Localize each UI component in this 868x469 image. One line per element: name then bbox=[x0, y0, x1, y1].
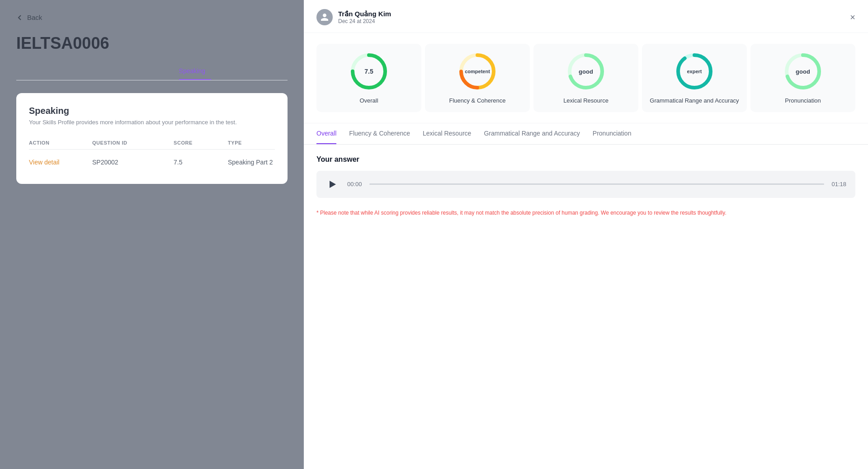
pronunciation-value: good bbox=[783, 51, 823, 92]
detail-tabs: Overall Fluency & Coherence Lexical Reso… bbox=[304, 123, 868, 145]
disclaimer-text: Please note that while AI scoring provid… bbox=[320, 210, 726, 216]
detail-tab-pronunciation[interactable]: Pronunciation bbox=[593, 123, 632, 144]
fluency-label: Fluency & Coherence bbox=[449, 97, 505, 105]
lexical-value: good bbox=[566, 51, 606, 92]
user-details: Trần Quảng Kim Dec 24 at 2024 bbox=[338, 10, 391, 24]
disclaimer: * Please note that while AI scoring prov… bbox=[316, 209, 855, 217]
circle-overall: 7.5 bbox=[349, 51, 389, 92]
question-id: SP20002 bbox=[92, 159, 174, 166]
detail-tab-overall[interactable]: Overall bbox=[316, 123, 336, 144]
page-title: IELTSA0006 bbox=[16, 34, 288, 53]
tab-writing[interactable]: Writing 2 bbox=[139, 67, 165, 80]
your-answer-title: Your answer bbox=[316, 155, 855, 164]
svg-marker-11 bbox=[330, 181, 336, 188]
col-action: ACTION bbox=[29, 140, 92, 145]
view-detail-link[interactable]: View detail bbox=[29, 159, 92, 166]
overall-label: Overall bbox=[359, 97, 378, 105]
tab-bar: Report Listening 4 Reading 3 Writing 2 S… bbox=[16, 67, 288, 80]
col-score: SCORE bbox=[174, 140, 228, 145]
tab-listening[interactable]: Listening 4 bbox=[50, 67, 81, 80]
user-info: Trần Quảng Kim Dec 24 at 2024 bbox=[316, 9, 391, 25]
audio-time-start: 00:00 bbox=[347, 181, 362, 188]
content-area: Your answer 00:00 01:18 * Please note th… bbox=[304, 155, 868, 217]
detail-tab-lexical[interactable]: Lexical Resource bbox=[423, 123, 471, 144]
detail-tab-grammatical[interactable]: Grammatical Range and Accuracy bbox=[484, 123, 580, 144]
back-label: Back bbox=[27, 14, 42, 21]
detail-tab-fluency[interactable]: Fluency & Coherence bbox=[349, 123, 410, 144]
tab-reading[interactable]: Reading 3 bbox=[95, 67, 125, 80]
left-panel: Back IELTSA0006 Report Listening 4 Readi… bbox=[0, 0, 304, 469]
back-button[interactable]: Back bbox=[16, 14, 288, 21]
audio-time-end: 01:18 bbox=[831, 181, 846, 188]
audio-player: 00:00 01:18 bbox=[316, 171, 855, 198]
pronunciation-label: Pronunciation bbox=[785, 97, 821, 105]
score-card-lexical: good Lexical Resource bbox=[533, 44, 638, 112]
fluency-value: competent bbox=[457, 51, 498, 92]
play-button[interactable] bbox=[326, 177, 340, 192]
score-card-grammatical: expert Grammatical Range and Accuracy bbox=[642, 44, 747, 112]
right-panel: Trần Quảng Kim Dec 24 at 2024 × 7.5 Over… bbox=[304, 0, 868, 469]
circle-lexical: good bbox=[566, 51, 606, 92]
circle-grammatical: expert bbox=[674, 51, 715, 92]
col-type: TYPE bbox=[228, 140, 275, 145]
avatar bbox=[316, 9, 333, 25]
audio-progress-bar[interactable] bbox=[369, 183, 825, 185]
user-date: Dec 24 at 2024 bbox=[338, 18, 391, 24]
score-card-fluency: competent Fluency & Coherence bbox=[425, 44, 530, 112]
row-type: Speaking Part 2 bbox=[228, 159, 275, 166]
col-question-id: QUESTION ID bbox=[92, 140, 174, 145]
close-button[interactable]: × bbox=[850, 13, 855, 22]
tab-report[interactable]: Report bbox=[16, 67, 35, 80]
modal-header: Trần Quảng Kim Dec 24 at 2024 × bbox=[304, 0, 868, 33]
section-title: Speaking bbox=[29, 106, 275, 116]
section-card: Speaking Your Skills Profile provides mo… bbox=[16, 93, 288, 184]
table-row: View detail SP20002 7.5 Speaking Part 2 bbox=[29, 153, 275, 171]
table-header: ACTION QUESTION ID SCORE TYPE bbox=[29, 136, 275, 150]
grammatical-value: expert bbox=[674, 51, 715, 92]
lexical-label: Lexical Resource bbox=[563, 97, 609, 105]
grammatical-label: Grammatical Range and Accuracy bbox=[650, 97, 739, 105]
tab-speaking[interactable]: Speaking 1 bbox=[179, 67, 211, 80]
circle-fluency: competent bbox=[457, 51, 498, 92]
user-name: Trần Quảng Kim bbox=[338, 10, 391, 18]
section-subtitle: Your Skills Profile provides more inform… bbox=[29, 119, 275, 126]
row-score: 7.5 bbox=[174, 159, 228, 166]
circle-pronunciation: good bbox=[783, 51, 823, 92]
overall-value: 7.5 bbox=[349, 51, 389, 92]
scores-row: 7.5 Overall competent Fluency & Coherenc… bbox=[304, 33, 868, 123]
score-card-overall: 7.5 Overall bbox=[316, 44, 421, 112]
score-card-pronunciation: good Pronunciation bbox=[750, 44, 855, 112]
